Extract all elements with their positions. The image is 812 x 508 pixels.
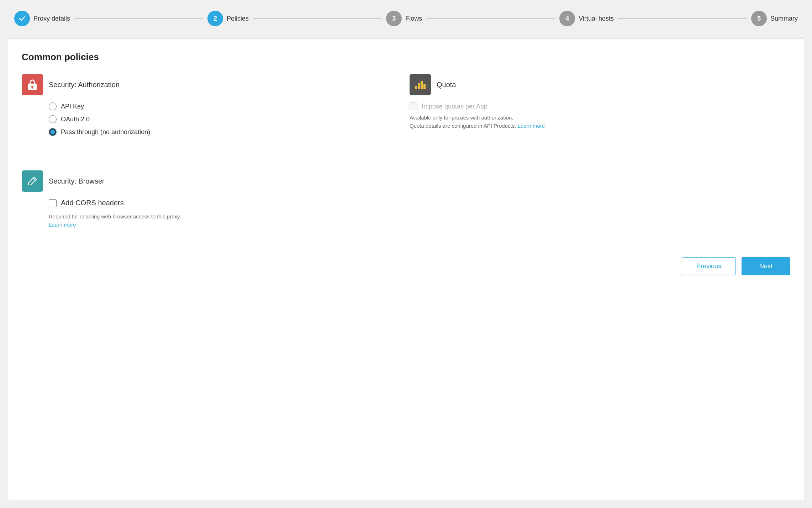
main-card: Common policies Security: Authorization <box>7 38 805 501</box>
step-summary[interactable]: 5 Summary <box>751 11 798 26</box>
quota-checkbox-row[interactable]: Impose quotas per App <box>410 102 790 110</box>
security-browser-title: Security: Browser <box>49 177 105 185</box>
step-circle-2: 2 <box>207 11 223 26</box>
quota-title: Quota <box>437 81 456 89</box>
step-label-policies: Policies <box>227 15 249 22</box>
quota-section: Quota Impose quotas per App Available on… <box>410 74 790 136</box>
policies-grid: Security: Authorization API Key OAuth 2.… <box>22 74 790 229</box>
oauth2-option[interactable]: OAuth 2.0 <box>49 115 402 123</box>
api-key-radio[interactable] <box>49 102 57 110</box>
step-line-1 <box>74 18 203 19</box>
step-virtual-hosts[interactable]: 4 Virtual hosts <box>559 11 614 26</box>
cors-checkbox-option[interactable]: Add CORS headers <box>22 199 402 207</box>
oauth2-label: OAuth 2.0 <box>61 116 90 123</box>
security-authorization-options: API Key OAuth 2.0 Pass through (no autho… <box>22 102 402 136</box>
svg-rect-2 <box>32 87 33 89</box>
cors-checkbox[interactable] <box>49 199 57 207</box>
step-label-proxy-details: Proxy details <box>33 15 70 22</box>
security-browser-section: Security: Browser Add CORS headers Requi… <box>22 170 402 229</box>
step-policies[interactable]: 2 Policies <box>207 11 249 26</box>
card-title: Common policies <box>22 52 790 63</box>
quota-header: Quota <box>410 74 790 95</box>
step-circle-5: 5 <box>751 11 767 26</box>
quota-checkbox[interactable] <box>410 102 417 110</box>
svg-rect-3 <box>415 86 417 89</box>
security-browser-header: Security: Browser <box>22 170 402 192</box>
browser-desc-text: Required for enabling web browser access… <box>49 213 181 219</box>
cors-checkbox-label: Add CORS headers <box>61 199 124 207</box>
svg-rect-5 <box>421 81 423 89</box>
next-button[interactable]: Next <box>742 257 790 275</box>
step-line-4 <box>618 18 747 19</box>
pass-through-radio[interactable] <box>49 128 57 136</box>
svg-rect-4 <box>418 83 420 89</box>
step-circle-1 <box>14 11 30 26</box>
browser-learn-more-link[interactable]: Learn more <box>49 222 76 228</box>
quota-checkbox-label: Impose quotas per App <box>422 103 487 110</box>
browser-description: Required for enabling web browser access… <box>22 213 402 229</box>
step-proxy-details[interactable]: Proxy details <box>14 11 70 26</box>
step-circle-4: 4 <box>559 11 575 26</box>
section-divider <box>22 153 790 153</box>
step-label-summary: Summary <box>770 15 798 22</box>
pass-through-label: Pass through (no authorization) <box>61 128 150 136</box>
step-circle-3: 3 <box>386 11 402 26</box>
security-authorization-header: Security: Authorization <box>22 74 402 95</box>
bottom-navigation: Previous Next <box>22 250 790 275</box>
quota-icon <box>410 74 431 95</box>
pass-through-option[interactable]: Pass through (no authorization) <box>49 128 402 136</box>
step-flows[interactable]: 3 Flows <box>386 11 422 26</box>
step-label-virtual-hosts: Virtual hosts <box>579 15 614 22</box>
svg-rect-6 <box>423 84 426 89</box>
quota-description: Available only for proxies with authoriz… <box>410 114 790 130</box>
stepper: Proxy details 2 Policies 3 Flows 4 Virtu… <box>7 7 805 30</box>
quota-desc-line1: Available only for proxies with authoriz… <box>410 115 513 121</box>
step-line-2 <box>253 18 382 19</box>
oauth2-radio[interactable] <box>49 115 57 123</box>
security-authorization-icon <box>22 74 43 95</box>
step-line-3 <box>426 18 555 19</box>
security-browser-icon <box>22 170 43 192</box>
security-authorization-title: Security: Authorization <box>49 81 120 89</box>
api-key-label: API Key <box>61 103 84 110</box>
quota-desc-line2: Quota details are configured in API Prod… <box>410 123 516 129</box>
quota-options: Impose quotas per App Available only for… <box>410 102 790 130</box>
security-authorization-section: Security: Authorization API Key OAuth 2.… <box>22 74 402 136</box>
quota-learn-more-link[interactable]: Learn more <box>518 123 545 129</box>
step-label-flows: Flows <box>405 15 422 22</box>
api-key-option[interactable]: API Key <box>49 102 402 110</box>
previous-button[interactable]: Previous <box>682 257 736 275</box>
